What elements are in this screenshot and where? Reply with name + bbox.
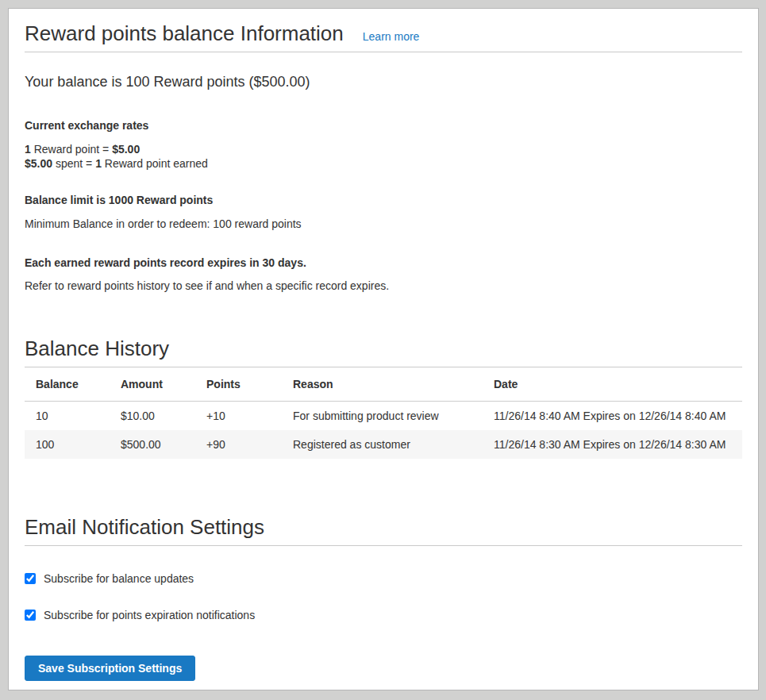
rate2-text1: spent = — [52, 157, 95, 170]
rate2-points: 1 — [95, 157, 102, 170]
email-settings-divider — [25, 545, 742, 546]
reward-info-card: Reward points balance Information Learn … — [8, 8, 759, 690]
page-title: Reward points balance Information — [25, 21, 344, 46]
cell-amount: $10.00 — [110, 402, 195, 431]
save-subscription-settings-button[interactable]: Save Subscription Settings — [25, 656, 195, 681]
rate1-amount: $5.00 — [112, 143, 140, 156]
cell-date: 11/26/14 8:30 AM Expires on 12/26/14 8:3… — [483, 430, 742, 459]
exchange-rates-heading: Current exchange rates — [25, 118, 742, 133]
rate1-points: 1 — [25, 143, 31, 156]
cell-points: +10 — [195, 402, 282, 431]
table-row: 100 $500.00 +90 Registered as customer 1… — [25, 430, 742, 459]
cell-balance: 100 — [25, 430, 110, 459]
exchange-rate-line-2: $5.00 spent = 1 Reward point earned — [25, 156, 742, 171]
column-header-reason: Reason — [282, 367, 483, 402]
header-divider — [25, 52, 742, 52]
page-header: Reward points balance Information Learn … — [25, 21, 742, 46]
column-header-amount: Amount — [110, 367, 195, 402]
balance-summary: Your balance is 100 Reward points ($500.… — [25, 73, 742, 90]
rate2-text2: Reward point earned — [102, 157, 208, 170]
cell-reason: Registered as customer — [282, 430, 483, 459]
table-row: 10 $10.00 +10 For submitting product rev… — [25, 402, 742, 431]
cell-points: +90 — [195, 430, 282, 459]
email-settings-title: Email Notification Settings — [25, 514, 742, 540]
cell-balance: 10 — [25, 402, 110, 431]
cell-amount: $500.00 — [110, 430, 195, 459]
minimum-balance-text: Minimum Balance in order to redeem: 100 … — [25, 217, 742, 231]
table-header-row: Balance Amount Points Reason Date — [25, 367, 742, 402]
balance-history-table: Balance Amount Points Reason Date 10 $10… — [25, 367, 742, 459]
exchange-rates-block: 1 Reward point = $5.00 $5.00 spent = 1 R… — [25, 142, 742, 171]
balance-updates-checkbox-row[interactable]: Subscribe for balance updates — [25, 572, 742, 585]
cell-date: 11/26/14 8:40 AM Expires on 12/26/14 8:4… — [483, 402, 742, 431]
balance-updates-checkbox[interactable] — [25, 573, 36, 584]
column-header-points: Points — [195, 367, 282, 402]
balance-updates-label: Subscribe for balance updates — [44, 572, 194, 585]
points-expiration-checkbox-row[interactable]: Subscribe for points expiration notifica… — [25, 609, 742, 621]
points-expiration-checkbox[interactable] — [25, 610, 36, 621]
balance-limit-text: Balance limit is 1000 Reward points — [25, 193, 742, 207]
rate2-amount: $5.00 — [25, 157, 52, 170]
points-expiration-label: Subscribe for points expiration notifica… — [44, 609, 255, 621]
learn-more-link[interactable]: Learn more — [363, 30, 420, 43]
cell-reason: For submitting product review — [282, 402, 483, 431]
expiration-policy-text: Each earned reward points record expires… — [25, 256, 742, 270]
column-header-date: Date — [483, 367, 742, 402]
balance-history-title: Balance History — [25, 336, 742, 361]
expiration-note-text: Refer to reward points history to see if… — [25, 279, 742, 293]
exchange-rate-line-1: 1 Reward point = $5.00 — [25, 142, 742, 156]
column-header-balance: Balance — [25, 367, 110, 402]
rate1-text: Reward point = — [31, 143, 112, 156]
